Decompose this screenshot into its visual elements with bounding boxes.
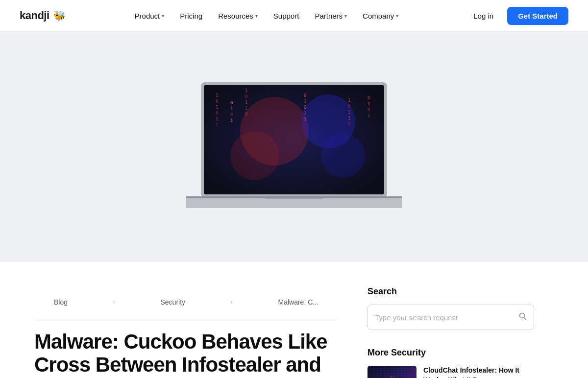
card-title: CloudChat Infostealer: How It Works, Wha… — [423, 366, 534, 378]
breadcrumb-sep-1: › — [113, 299, 115, 306]
main-content: Blog › Security › Malware: C... Malware:… — [34, 286, 338, 378]
search-title: Search — [368, 286, 534, 297]
svg-text:1: 1 — [230, 106, 233, 111]
security-card[interactable]: 011001 CloudChat Infostealer: How It Wor… — [368, 366, 534, 378]
nav-item-partners[interactable]: Partners ▾ — [309, 8, 353, 24]
nav-label-support: Support — [273, 12, 299, 20]
svg-text:1: 1 — [245, 106, 247, 111]
logo[interactable]: kandji 🐝 — [20, 9, 66, 22]
breadcrumb-security[interactable]: Security — [160, 298, 185, 306]
nav-links: Product ▾ Pricing Resources ▾ Support Pa… — [129, 8, 405, 24]
svg-point-5 — [230, 131, 279, 180]
search-section: Search — [368, 286, 534, 330]
breadcrumb-blog[interactable]: Blog — [54, 298, 68, 306]
content-area: Blog › Security › Malware: C... Malware:… — [15, 262, 573, 378]
svg-text:1: 1 — [216, 117, 218, 121]
card-code: 011001 — [390, 377, 394, 378]
svg-text:1: 1 — [348, 98, 350, 103]
get-started-button[interactable]: Get Started — [507, 7, 568, 25]
more-security-section: More Security 011001 CloudChat Infosteal… — [368, 348, 534, 378]
chevron-down-icon: ▾ — [255, 13, 258, 19]
nav-label-product: Product — [135, 12, 160, 20]
login-button[interactable]: Log in — [467, 8, 499, 24]
breadcrumb-sep-2: › — [231, 299, 233, 306]
nav-item-resources[interactable]: Resources ▾ — [212, 8, 264, 24]
svg-text:1: 1 — [216, 122, 218, 127]
card-info: CloudChat Infostealer: How It Works, Wha… — [423, 366, 534, 378]
breadcrumb: Blog › Security › Malware: C... — [34, 286, 338, 318]
svg-text:1: 1 — [216, 105, 218, 110]
nav-label-pricing: Pricing — [180, 12, 202, 20]
svg-text:0: 0 — [368, 95, 370, 100]
svg-text:0: 0 — [230, 112, 233, 117]
svg-text:0: 0 — [348, 121, 350, 126]
card-thumb-inner: 011001 — [368, 366, 416, 378]
svg-text:1: 1 — [304, 111, 306, 116]
svg-text:0: 0 — [216, 111, 218, 116]
svg-text:0: 0 — [230, 100, 233, 105]
breadcrumb-current: Malware: C... — [278, 298, 318, 306]
sidebar: Search More Security 011001 — [368, 286, 534, 378]
svg-text:0: 0 — [304, 93, 306, 98]
search-box — [368, 305, 534, 330]
svg-text:1: 1 — [304, 117, 306, 121]
svg-text:0: 0 — [368, 107, 370, 112]
nav-item-pricing[interactable]: Pricing — [174, 8, 208, 24]
nav-label-resources: Resources — [218, 12, 253, 20]
svg-text:1: 1 — [230, 118, 233, 123]
logo-bee-icon: 🐝 — [53, 10, 66, 22]
svg-text:1: 1 — [304, 99, 306, 104]
svg-text:1: 1 — [348, 116, 350, 120]
article-title: Malware: Cuckoo Behaves Like Cross Betwe… — [34, 330, 338, 378]
nav-label-company: Company — [363, 12, 394, 20]
more-security-title: More Security — [368, 348, 534, 358]
svg-text:1: 1 — [216, 93, 218, 98]
svg-line-40 — [524, 318, 526, 320]
svg-text:0: 0 — [348, 104, 350, 109]
card-thumbnail: 011001 — [368, 366, 416, 378]
svg-text:1: 1 — [368, 101, 370, 106]
chevron-down-icon: ▾ — [344, 13, 347, 19]
hero-image: 1 0 1 0 1 1 0 1 0 1 1 0 1 1 0 0 1 0 1 1 … — [186, 77, 402, 216]
nav-item-support[interactable]: Support — [268, 8, 305, 24]
svg-text:0: 0 — [245, 94, 247, 99]
svg-text:1: 1 — [245, 88, 247, 93]
search-icon[interactable] — [519, 312, 527, 322]
svg-text:0: 0 — [245, 112, 247, 117]
svg-point-6 — [321, 134, 365, 178]
svg-text:0: 0 — [304, 105, 306, 110]
hero-section: 1 0 1 0 1 1 0 1 0 1 1 0 1 1 0 0 1 0 1 1 … — [0, 32, 588, 262]
nav-label-partners: Partners — [315, 12, 343, 20]
svg-text:0: 0 — [216, 99, 218, 104]
svg-text:1: 1 — [348, 110, 350, 115]
logo-text: kandji — [20, 9, 49, 22]
navigation: kandji 🐝 Product ▾ Pricing Resources ▾ S… — [0, 0, 588, 32]
chevron-down-icon: ▾ — [162, 13, 164, 19]
nav-item-company[interactable]: Company ▾ — [357, 8, 404, 24]
search-input[interactable] — [375, 313, 514, 322]
nav-item-product[interactable]: Product ▾ — [129, 8, 171, 24]
svg-rect-38 — [186, 196, 402, 198]
nav-actions: Log in Get Started — [467, 7, 568, 25]
svg-text:1: 1 — [368, 113, 370, 118]
svg-text:1: 1 — [245, 100, 247, 105]
chevron-down-icon: ▾ — [396, 13, 398, 19]
